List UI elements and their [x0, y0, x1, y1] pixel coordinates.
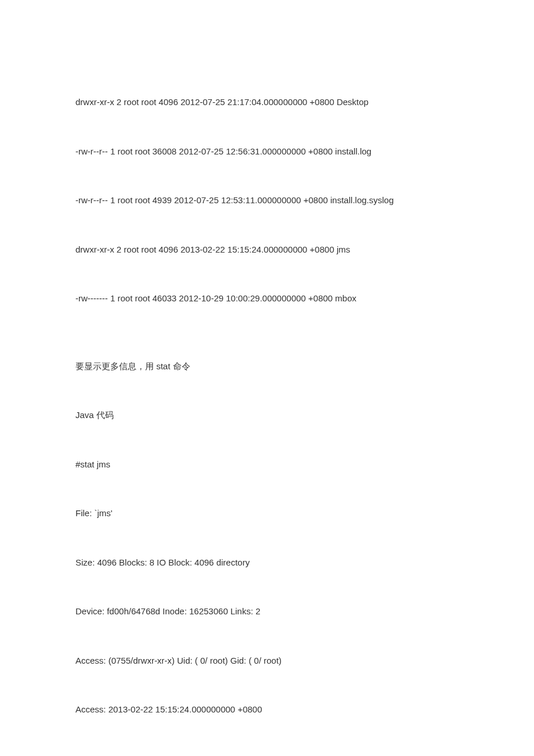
stat-device: Device: fd00h/64768d Inode: 16253060 Lin… [75, 605, 459, 618]
ls-line-jms: drwxr-xr-x 2 root root 4096 2013-02-22 1… [75, 243, 459, 257]
spacer [75, 528, 459, 556]
stat-access-perms: Access: (0755/drwxr-xr-x) Uid: ( 0/ root… [75, 654, 459, 668]
code-label: Java 代码 [75, 409, 459, 422]
stat-file: File: `jms' [75, 507, 459, 520]
stat-access-time: Access: 2013-02-22 15:15:24.000000000 +0… [75, 703, 459, 717]
spacer [75, 577, 459, 605]
document-page: drwxr-xr-x 2 root root 4096 2012-07-25 2… [0, 0, 534, 756]
spacer [75, 479, 459, 507]
ls-line-install-log: -rw-r--r-- 1 root root 36008 2012-07-25 … [75, 145, 459, 159]
stat-note: 要显示更多信息，用 stat 命令 [75, 360, 459, 373]
spacer [75, 430, 459, 458]
stat-command: #stat jms [75, 458, 459, 471]
spacer [75, 264, 459, 292]
ls-line-desktop: drwxr-xr-x 2 root root 4096 2012-07-25 2… [75, 96, 459, 109]
spacer [75, 381, 459, 409]
ls-line-mbox: -rw------- 1 root root 46033 2012-10-29 … [75, 292, 459, 305]
spacer [75, 675, 459, 703]
ls-line-install-log-syslog: -rw-r--r-- 1 root root 4939 2012-07-25 1… [75, 194, 459, 207]
spacer [75, 314, 459, 360]
spacer [75, 117, 459, 145]
stat-size: Size: 4096 Blocks: 8 IO Block: 4096 dire… [75, 556, 459, 570]
spacer [75, 627, 459, 654]
spacer [75, 166, 459, 194]
spacer [75, 215, 459, 243]
